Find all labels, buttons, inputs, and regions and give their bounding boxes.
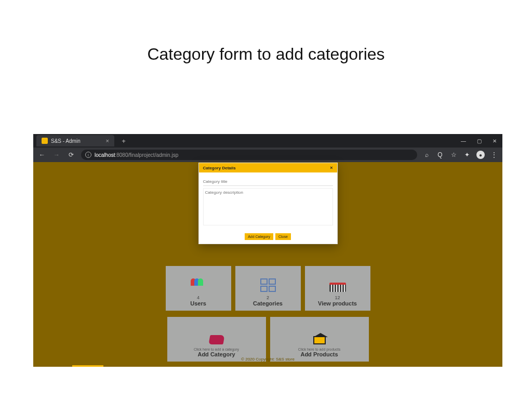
- star-icon[interactable]: ☆: [449, 151, 458, 158]
- house-icon: [313, 336, 326, 344]
- back-icon[interactable]: ←: [37, 151, 47, 158]
- tab-title: S&S - Admin: [51, 138, 103, 144]
- modal-header: Category Details ×: [199, 163, 337, 172]
- slide-title: Category form to add categories: [0, 45, 532, 64]
- products-label: View products: [318, 300, 357, 306]
- browser-window: S&S - Admin × + — ▢ ✕ ← → ⟳ i localhost:…: [33, 134, 502, 367]
- extensions-icon[interactable]: ✦: [463, 151, 471, 158]
- new-tab-button[interactable]: +: [119, 137, 128, 145]
- products-icon: [329, 283, 346, 292]
- page-content: 4 Users 2 Categories 12 View products Cl…: [33, 162, 502, 367]
- reload-icon[interactable]: ⟳: [66, 151, 76, 158]
- category-description-input[interactable]: [203, 188, 333, 225]
- window-controls: — ▢ ✕: [456, 134, 502, 148]
- forward-icon[interactable]: →: [52, 151, 61, 158]
- modal-title: Category Details: [203, 166, 236, 170]
- close-tab-icon[interactable]: ×: [106, 138, 109, 144]
- products-count: 12: [335, 295, 340, 300]
- card-categories[interactable]: 2 Categories: [235, 266, 301, 311]
- close-window-icon[interactable]: ✕: [487, 134, 502, 148]
- add-products-sub: Click here to add products: [298, 348, 340, 351]
- url-host: localhost: [95, 152, 115, 158]
- card-row-stats: 4 Users 2 Categories 12 View products: [166, 266, 370, 311]
- menu-icon[interactable]: ⋮: [490, 151, 498, 158]
- shoe-icon: [208, 335, 224, 344]
- users-icon: [191, 278, 206, 292]
- maximize-icon[interactable]: ▢: [471, 134, 487, 148]
- key-icon[interactable]: ⌕: [422, 151, 431, 158]
- url-text: localhost:8080/finalproject/admin.jsp: [95, 152, 178, 158]
- add-category-sub: Click here to add a category: [194, 348, 239, 351]
- card-add-category[interactable]: Click here to add a category Add Categor…: [167, 317, 266, 362]
- profile-avatar-icon[interactable]: ●: [476, 151, 485, 159]
- toolbar-right: ⌕ Q ☆ ✦ ● ⋮: [422, 151, 498, 159]
- minimize-icon[interactable]: —: [456, 134, 471, 148]
- footer-copyright: © 2020 Copyright: S&S store: [33, 357, 502, 362]
- card-row-actions: Click here to add a category Add Categor…: [167, 317, 369, 362]
- card-add-products[interactable]: Click here to add products Add Products: [270, 317, 369, 362]
- favicon-icon: [42, 138, 48, 144]
- search-icon[interactable]: Q: [436, 151, 444, 158]
- address-bar[interactable]: i localhost:8080/finalproject/admin.jsp: [81, 150, 417, 160]
- site-info-icon[interactable]: i: [85, 152, 91, 158]
- users-count: 4: [197, 295, 200, 300]
- close-modal-button[interactable]: Close: [275, 233, 291, 240]
- add-category-button[interactable]: Add Category: [245, 233, 273, 240]
- address-row: ← → ⟳ i localhost:8080/finalproject/admi…: [33, 148, 502, 162]
- tab-bar: S&S - Admin × + — ▢ ✕: [33, 134, 502, 148]
- category-title-input[interactable]: [203, 178, 333, 186]
- modal-footer: Add Category Close: [199, 231, 337, 244]
- tab-active[interactable]: S&S - Admin ×: [36, 135, 114, 146]
- categories-label: Categories: [253, 300, 283, 306]
- categories-icon: [260, 278, 276, 292]
- modal-close-icon[interactable]: ×: [330, 165, 332, 170]
- url-path: :8080/finalproject/admin.jsp: [115, 152, 178, 158]
- card-view-products[interactable]: 12 View products: [305, 266, 370, 311]
- category-modal: Category Details × Add Category Close: [198, 163, 338, 244]
- modal-body: [199, 172, 337, 231]
- card-users[interactable]: 4 Users: [166, 266, 231, 311]
- users-label: Users: [190, 300, 206, 306]
- categories-count: 2: [267, 295, 269, 300]
- bottom-accent-bar: [72, 365, 103, 367]
